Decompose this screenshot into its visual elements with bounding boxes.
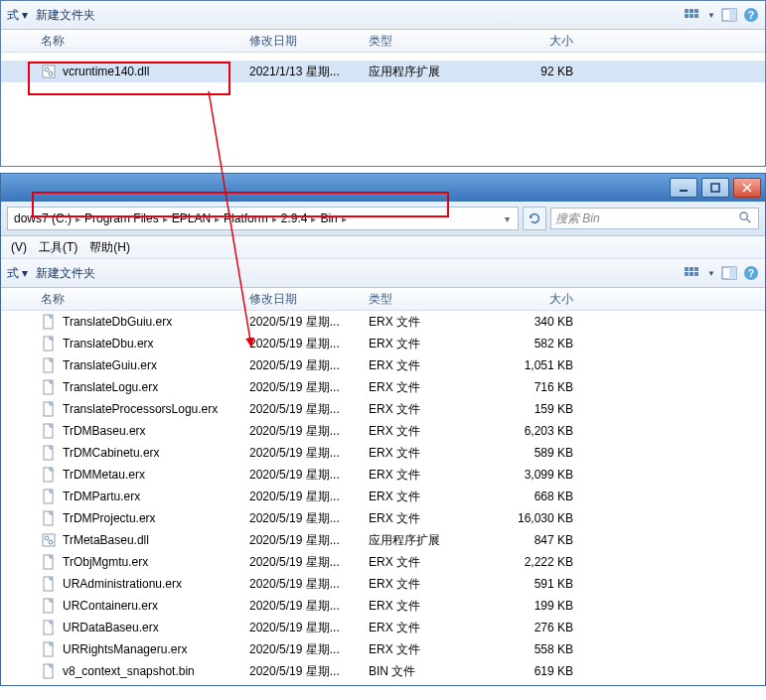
breadcrumb[interactable]: dows7 (C:)▸ Program Files▸ EPLAN▸ Platfo… <box>7 207 519 230</box>
file-row[interactable]: vcruntime140.dll 2021/1/13 星期... 应用程序扩展 … <box>1 61 765 82</box>
file-row[interactable]: TranslateLogu.erx2020/5/19 星期...ERX 文件71… <box>1 376 765 398</box>
refresh-button[interactable] <box>523 207 546 230</box>
file-type: BIN 文件 <box>369 663 488 680</box>
column-header-name[interactable]: 名称 <box>1 291 249 308</box>
document-icon <box>41 576 57 592</box>
file-type: ERX 文件 <box>369 489 488 505</box>
file-size: 847 KB <box>488 533 583 547</box>
help-icon[interactable] <box>743 7 759 23</box>
bottom-toolbar: 式 ▾ 新建文件夹 ▼ <box>1 259 765 288</box>
maximize-button[interactable] <box>701 178 729 198</box>
file-type: ERX 文件 <box>369 598 488 615</box>
file-name: TrObjMgmtu.erx <box>63 555 148 569</box>
chevron-right-icon[interactable]: ▸ <box>161 213 170 224</box>
chevron-right-icon[interactable]: ▸ <box>340 213 349 224</box>
file-row[interactable]: TrDMProjectu.erx2020/5/19 星期...ERX 文件16,… <box>1 507 765 529</box>
file-type: ERX 文件 <box>369 336 488 352</box>
document-icon <box>41 379 57 395</box>
file-row[interactable]: v8_context_snapshot.bin2020/5/19 星期...BI… <box>1 660 765 682</box>
file-row[interactable]: URRightsManageru.erx2020/5/19 星期...ERX 文… <box>1 638 765 660</box>
file-row[interactable]: TrDMBaseu.erx2020/5/19 星期...ERX 文件6,203 … <box>1 420 765 442</box>
new-folder-button[interactable]: 新建文件夹 <box>36 265 95 282</box>
file-row[interactable]: TrMetaBaseu.dll2020/5/19 星期...应用程序扩展847 … <box>1 529 765 551</box>
column-header-date[interactable]: 修改日期 <box>249 33 369 50</box>
file-type: ERX 文件 <box>369 554 488 571</box>
chevron-down-icon[interactable]: ▾ <box>503 213 512 224</box>
breadcrumb-segment[interactable]: Platform <box>224 211 268 225</box>
file-name: TranslateDbu.erx <box>63 337 154 350</box>
file-size: 558 KB <box>488 642 583 656</box>
file-type: ERX 文件 <box>369 423 488 440</box>
menu-view[interactable]: (V) <box>7 239 31 255</box>
file-name: TrDMBaseu.erx <box>63 424 146 438</box>
file-row[interactable]: URDataBaseu.erx2020/5/19 星期...ERX 文件276 … <box>1 617 765 638</box>
menu-help[interactable]: 帮助(H) <box>85 238 134 257</box>
column-header-size[interactable]: 大小 <box>488 33 583 50</box>
file-name: TrDMMetau.erx <box>63 468 145 482</box>
column-header-name[interactable]: 名称 <box>1 33 249 50</box>
breadcrumb-segment[interactable]: 2.9.4 <box>281 211 308 225</box>
chevron-down-icon[interactable]: ▼ <box>707 11 715 20</box>
file-name: TrDMPartu.erx <box>63 490 140 503</box>
file-row[interactable]: TrDMCabinetu.erx2020/5/19 星期...ERX 文件589… <box>1 442 765 464</box>
column-header-row: 名称 修改日期 类型 大小 <box>1 288 765 311</box>
file-row[interactable]: TranslateDbGuiu.erx2020/5/19 星期...ERX 文件… <box>1 311 765 333</box>
preview-pane-icon[interactable] <box>721 265 737 281</box>
file-type: 应用程序扩展 <box>369 685 488 686</box>
chevron-down-icon[interactable]: ▼ <box>707 269 715 278</box>
search-icon <box>738 210 754 226</box>
close-button[interactable] <box>733 178 761 198</box>
column-header-type[interactable]: 类型 <box>369 33 488 50</box>
document-icon <box>41 336 57 351</box>
document-icon <box>41 510 57 526</box>
column-header-type[interactable]: 类型 <box>369 291 488 308</box>
search-input[interactable]: 搜索 Bin <box>550 208 759 229</box>
chevron-right-icon[interactable]: ▸ <box>270 213 279 224</box>
file-date: 2020/5/19 星期... <box>249 379 369 396</box>
document-icon <box>41 620 57 635</box>
chevron-right-icon[interactable]: ▸ <box>213 213 222 224</box>
chevron-right-icon[interactable]: ▸ <box>309 213 318 224</box>
breadcrumb-segment[interactable]: Bin <box>320 211 337 225</box>
document-icon <box>41 663 57 679</box>
organize-button-fragment[interactable]: 式 ▾ <box>7 265 28 282</box>
file-row[interactable]: TrObjMgmtu.erx2020/5/19 星期...ERX 文件2,222… <box>1 551 765 573</box>
views-icon[interactable] <box>684 7 699 23</box>
help-icon[interactable] <box>743 265 759 281</box>
document-icon <box>41 489 57 504</box>
file-size: 582 KB <box>488 337 583 350</box>
chevron-right-icon[interactable]: ▸ <box>74 213 82 224</box>
file-date: 2020/5/19 星期... <box>249 445 369 462</box>
file-size: 6,203 KB <box>488 424 583 438</box>
file-type: ERX 文件 <box>369 510 488 527</box>
file-row[interactable]: TrDMPartu.erx2020/5/19 星期...ERX 文件668 KB <box>1 486 765 507</box>
menu-tools[interactable]: 工具(T) <box>35 238 81 257</box>
column-header-date[interactable]: 修改日期 <box>249 291 369 308</box>
file-size: 589 KB <box>488 446 583 460</box>
file-row[interactable]: TrDMMetau.erx2020/5/19 星期...ERX 文件3,099 … <box>1 464 765 486</box>
views-icon[interactable] <box>684 265 699 281</box>
column-header-size[interactable]: 大小 <box>488 291 583 308</box>
breadcrumb-segment[interactable]: dows7 (C:) <box>14 211 72 225</box>
menubar: (V) 工具(T) 帮助(H) <box>1 236 765 259</box>
file-row[interactable]: TranslateProcessorsLogu.erx2020/5/19 星期.… <box>1 398 765 420</box>
file-row[interactable]: TranslateDbu.erx2020/5/19 星期...ERX 文件582… <box>1 333 765 354</box>
file-row[interactable]: TranslateGuiu.erx2020/5/19 星期...ERX 文件1,… <box>1 354 765 376</box>
window-titlebar <box>1 174 765 202</box>
breadcrumb-segment[interactable]: Program Files <box>84 211 159 225</box>
file-size: 2,222 KB <box>488 555 583 569</box>
document-icon <box>41 445 57 461</box>
file-name: TrMetaBaseu.dll <box>63 533 149 547</box>
file-row[interactable]: URAdministrationu.erx2020/5/19 星期...ERX … <box>1 573 765 595</box>
minimize-button[interactable] <box>670 178 697 198</box>
file-name: URAdministrationu.erx <box>63 577 182 591</box>
file-row[interactable]: vc15-re200l.dll2020/5/19 星期...应用程序扩展391 … <box>1 682 765 685</box>
document-icon <box>41 401 57 417</box>
new-folder-button[interactable]: 新建文件夹 <box>36 7 95 24</box>
preview-pane-icon[interactable] <box>721 7 737 23</box>
breadcrumb-segment[interactable]: EPLAN <box>172 211 211 225</box>
file-row[interactable]: URContaineru.erx2020/5/19 星期...ERX 文件199… <box>1 595 765 617</box>
dll-icon <box>41 64 57 79</box>
organize-button-fragment[interactable]: 式 ▾ <box>7 7 28 24</box>
file-size: 199 KB <box>488 599 583 613</box>
